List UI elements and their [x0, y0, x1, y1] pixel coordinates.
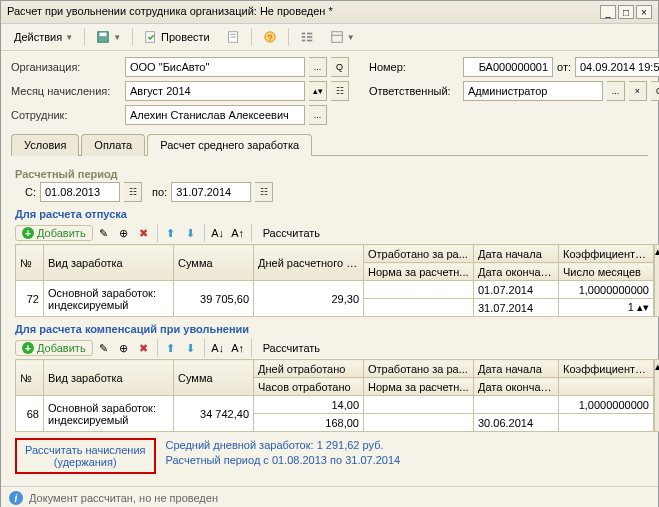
- col-vid[interactable]: Вид заработка: [44, 360, 174, 396]
- date-input[interactable]: 04.09.2014 19:58:18: [575, 57, 659, 77]
- col-hours[interactable]: Часов отработано: [254, 378, 364, 396]
- down-icon[interactable]: ⬇: [182, 224, 200, 242]
- section1-add-button[interactable]: +Добавить: [15, 225, 93, 241]
- scrollbar[interactable]: ▴: [654, 244, 659, 317]
- edit-icon[interactable]: ✎: [95, 339, 113, 357]
- delete-icon[interactable]: ✖: [135, 224, 153, 242]
- up-icon[interactable]: ⬆: [162, 224, 180, 242]
- svg-rect-10: [301, 40, 305, 42]
- table-row[interactable]: 72 Основной заработок: индексируемый 39 …: [16, 281, 654, 299]
- actions-menu[interactable]: Действия▼: [7, 28, 80, 46]
- from-label: от:: [557, 61, 571, 73]
- period-from-label: С:: [25, 186, 36, 198]
- emp-input[interactable]: Алехин Станислав Алексеевич: [125, 105, 305, 125]
- col-koef[interactable]: Коэффициент и...: [559, 245, 654, 263]
- tab-payment[interactable]: Оплата: [81, 134, 145, 156]
- tab-avg-earnings[interactable]: Расчет среднего заработка: [147, 134, 312, 156]
- col-start[interactable]: Дата начала: [474, 245, 559, 263]
- month-input[interactable]: Август 2014: [125, 81, 305, 101]
- month-calendar-button[interactable]: ☷: [331, 81, 349, 101]
- report-icon[interactable]: [219, 27, 247, 47]
- resp-clear-button[interactable]: ×: [629, 81, 647, 101]
- col-months[interactable]: Число месяцев: [559, 263, 654, 281]
- svg-rect-2: [146, 32, 155, 43]
- col-days[interactable]: Дней отработано: [254, 360, 364, 378]
- col-days[interactable]: Дней расчетного периода: [254, 245, 364, 281]
- section1-calc-button[interactable]: Рассчитать: [256, 224, 327, 242]
- help-icon[interactable]: ?: [256, 27, 284, 47]
- section2-toolbar: +Добавить ✎ ⊕ ✖ ⬆ ⬇ A↓ A↑ Рассчитать: [15, 337, 644, 359]
- titlebar: Расчет при увольнении сотрудника организ…: [1, 1, 658, 24]
- tabs: Условия Оплата Расчет среднего заработка: [11, 133, 648, 156]
- post-button[interactable]: Провести: [137, 27, 217, 47]
- period-to-label: по:: [152, 186, 167, 198]
- section2-table[interactable]: № Вид заработка Сумма Дней отработано От…: [15, 359, 654, 432]
- month-stepper[interactable]: ▴▾: [309, 81, 327, 101]
- close-button[interactable]: ×: [636, 5, 652, 19]
- col-norm[interactable]: Норма за расчетн...: [364, 263, 474, 281]
- sort-asc-icon[interactable]: A↓: [209, 224, 227, 242]
- status-bar: i Документ рассчитан, но не проведен: [1, 486, 658, 507]
- svg-text:?: ?: [267, 33, 272, 43]
- tab-conditions[interactable]: Условия: [11, 134, 79, 156]
- col-norm[interactable]: Норма за расчетн...: [364, 378, 474, 396]
- col-koef[interactable]: Коэффициент и...: [559, 360, 654, 378]
- edit-icon[interactable]: ✎: [95, 224, 113, 242]
- emp-label: Сотрудник:: [11, 109, 121, 121]
- svg-rect-13: [307, 40, 312, 42]
- save-icon[interactable]: ▼: [89, 27, 128, 47]
- summary-text: Средний дневной заработок: 1 291,62 руб.…: [166, 438, 401, 469]
- col-otr[interactable]: Отработано за ра...: [364, 245, 474, 263]
- col-sum[interactable]: Сумма: [174, 245, 254, 281]
- col-otr[interactable]: Отработано за ра...: [364, 360, 474, 378]
- num-label: Номер:: [369, 61, 459, 73]
- period-from-calendar[interactable]: ☷: [124, 182, 142, 202]
- section2-calc-button[interactable]: Рассчитать: [256, 339, 327, 357]
- col-n[interactable]: №: [16, 245, 44, 281]
- svg-rect-8: [301, 33, 305, 35]
- period-to-input[interactable]: 31.07.2014: [171, 182, 251, 202]
- copy-icon[interactable]: ⊕: [115, 339, 133, 357]
- resp-select-button[interactable]: ...: [607, 81, 625, 101]
- col-start[interactable]: Дата начала: [474, 360, 559, 378]
- col-end[interactable]: Дата окончания: [474, 378, 559, 396]
- section1-title: Для расчета отпуска: [15, 208, 644, 220]
- resp-input[interactable]: Администратор: [463, 81, 603, 101]
- scrollbar[interactable]: ▴: [654, 359, 659, 432]
- col-end[interactable]: Дата окончания: [474, 263, 559, 281]
- sort-desc-icon[interactable]: A↑: [229, 339, 247, 357]
- svg-rect-11: [307, 33, 312, 35]
- up-icon[interactable]: ⬆: [162, 339, 180, 357]
- view-icon[interactable]: ▼: [323, 27, 362, 47]
- svg-rect-1: [100, 33, 107, 37]
- period-from-input[interactable]: 01.08.2013: [40, 182, 120, 202]
- num-input[interactable]: БА000000001: [463, 57, 553, 77]
- maximize-button[interactable]: □: [618, 5, 634, 19]
- org-search-button[interactable]: Q: [331, 57, 349, 77]
- copy-icon[interactable]: ⊕: [115, 224, 133, 242]
- org-select-button[interactable]: ...: [309, 57, 327, 77]
- list-icon[interactable]: [293, 27, 321, 47]
- col-n[interactable]: №: [16, 360, 44, 396]
- down-icon[interactable]: ⬇: [182, 339, 200, 357]
- col-vid[interactable]: Вид заработка: [44, 245, 174, 281]
- calculate-accruals-button[interactable]: Рассчитать начисления (удержания): [15, 438, 156, 474]
- section1-table[interactable]: № Вид заработка Сумма Дней расчетного пе…: [15, 244, 654, 317]
- emp-select-button[interactable]: ...: [309, 105, 327, 125]
- month-label: Месяц начисления:: [11, 85, 121, 97]
- period-to-calendar[interactable]: ☷: [255, 182, 273, 202]
- minimize-button[interactable]: _: [600, 5, 616, 19]
- resp-label: Ответственный:: [369, 85, 459, 97]
- info-icon: i: [9, 491, 23, 505]
- main-toolbar: Действия▼ ▼ Провести ? ▼: [1, 24, 658, 51]
- sort-desc-icon[interactable]: A↑: [229, 224, 247, 242]
- delete-icon[interactable]: ✖: [135, 339, 153, 357]
- window-title: Расчет при увольнении сотрудника организ…: [7, 5, 333, 19]
- svg-rect-9: [301, 36, 305, 38]
- table-row[interactable]: 68 Основной заработок: индексируемый 34 …: [16, 396, 654, 414]
- section2-add-button[interactable]: +Добавить: [15, 340, 93, 356]
- sort-asc-icon[interactable]: A↓: [209, 339, 227, 357]
- org-input[interactable]: ООО "БисАвто": [125, 57, 305, 77]
- resp-search-button[interactable]: Q: [651, 81, 659, 101]
- col-sum[interactable]: Сумма: [174, 360, 254, 396]
